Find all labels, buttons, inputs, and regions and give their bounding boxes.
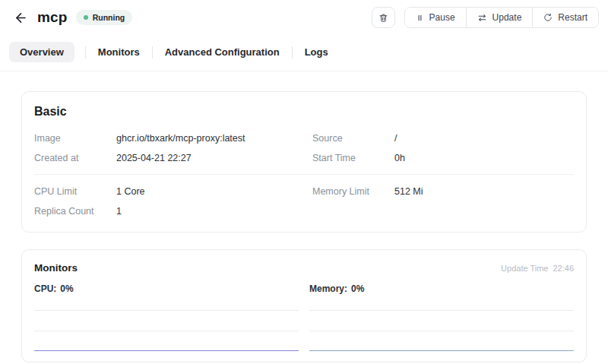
tab-separator xyxy=(292,46,293,59)
basic-fields-top: Image ghcr.io/tbxark/mcp-proxy:latest Cr… xyxy=(34,128,574,168)
tab-separator xyxy=(85,46,86,59)
field-label: Source xyxy=(312,133,394,144)
field-value: ghcr.io/tbxark/mcp-proxy:latest xyxy=(116,133,245,144)
basic-card: Basic Image ghcr.io/tbxark/mcp-proxy:lat… xyxy=(21,91,587,233)
update-time-value: 22:46 xyxy=(553,264,574,273)
field-label: Image xyxy=(34,133,116,144)
metric-value: 0% xyxy=(60,283,73,294)
restart-icon xyxy=(543,13,553,22)
field-value: / xyxy=(394,133,397,144)
basic-fields-bottom: CPU Limit 1 Core Replica Count 1 Memory … xyxy=(34,182,574,221)
gridline xyxy=(34,310,299,311)
field-label: Replica Count xyxy=(34,206,116,217)
pause-button[interactable]: Pause xyxy=(405,8,466,27)
pause-label: Pause xyxy=(429,12,455,23)
tab-advanced-configuration[interactable]: Advanced Configuration xyxy=(163,42,281,62)
memory-chart-label: Memory: 0% xyxy=(309,283,574,294)
memory-chart: Memory: 0% xyxy=(309,283,574,351)
action-button-group: Pause Update Restart xyxy=(404,7,599,28)
field-row-source: Source / xyxy=(312,128,574,148)
field-row-start-time: Start Time 0h xyxy=(312,148,574,168)
cpu-chart-plot xyxy=(34,310,299,351)
field-value: 2025-04-21 22:27 xyxy=(116,153,192,163)
monitors-card: Monitors Update Time 22:46 CPU: 0% xyxy=(21,249,587,362)
tab-monitors[interactable]: Monitors xyxy=(97,42,141,62)
field-value: 512 Mi xyxy=(394,186,423,197)
metric-value: 0% xyxy=(351,283,364,294)
update-label: Update xyxy=(492,12,522,23)
gridline xyxy=(309,310,574,311)
memory-data-line xyxy=(309,350,574,352)
swap-arrows-icon xyxy=(477,13,487,23)
delete-button[interactable] xyxy=(372,7,395,28)
update-time: Update Time 22:46 xyxy=(501,264,574,273)
status-badge: Running xyxy=(76,10,133,25)
update-button[interactable]: Update xyxy=(466,8,533,27)
page-title: mcp xyxy=(37,9,68,26)
back-arrow-icon xyxy=(14,11,28,25)
back-button[interactable] xyxy=(11,8,30,27)
tab-bar: Overview Monitors Advanced Configuration… xyxy=(0,42,608,71)
field-row-image: Image ghcr.io/tbxark/mcp-proxy:latest xyxy=(34,128,296,148)
tab-logs[interactable]: Logs xyxy=(303,42,330,62)
field-row-cpu-limit: CPU Limit 1 Core xyxy=(34,182,296,201)
pause-icon xyxy=(416,14,424,22)
restart-button[interactable]: Restart xyxy=(532,8,598,27)
cpu-chart: CPU: 0% xyxy=(34,283,299,351)
basic-card-title: Basic xyxy=(34,105,574,119)
monitor-charts: CPU: 0% Memory: 0% xyxy=(34,283,574,351)
cpu-data-line xyxy=(34,350,299,352)
tab-overview[interactable]: Overview xyxy=(9,42,74,62)
memory-chart-plot xyxy=(309,310,574,351)
field-label: Created at xyxy=(34,153,116,163)
field-label: CPU Limit xyxy=(34,186,116,197)
monitors-title: Monitors xyxy=(34,262,78,274)
gridline xyxy=(309,331,574,331)
metric-name: CPU: xyxy=(34,283,56,294)
field-row-memory-limit: Memory Limit 512 Mi xyxy=(312,182,574,201)
field-row-replica-count: Replica Count 1 xyxy=(34,201,296,221)
field-row-created-at: Created at 2025-04-21 22:27 xyxy=(34,148,296,168)
cpu-chart-label: CPU: 0% xyxy=(34,283,299,294)
trash-icon xyxy=(378,13,388,23)
restart-label: Restart xyxy=(558,12,587,23)
monitors-header: Monitors Update Time 22:46 xyxy=(34,262,574,274)
gridline xyxy=(34,331,299,331)
tab-separator xyxy=(152,46,153,59)
metric-name: Memory: xyxy=(309,283,347,294)
update-time-label: Update Time xyxy=(501,264,548,273)
field-value: 1 xyxy=(116,206,122,217)
page-content: Basic Image ghcr.io/tbxark/mcp-proxy:lat… xyxy=(0,71,608,362)
field-value: 1 Core xyxy=(116,186,145,197)
card-divider xyxy=(34,174,574,175)
status-label: Running xyxy=(93,13,125,22)
field-label: Memory Limit xyxy=(312,186,394,197)
status-dot-icon xyxy=(84,15,88,20)
field-label: Start Time xyxy=(312,153,394,163)
field-value: 0h xyxy=(394,153,405,163)
page-header: mcp Running Pause Update Restart xyxy=(11,6,599,29)
